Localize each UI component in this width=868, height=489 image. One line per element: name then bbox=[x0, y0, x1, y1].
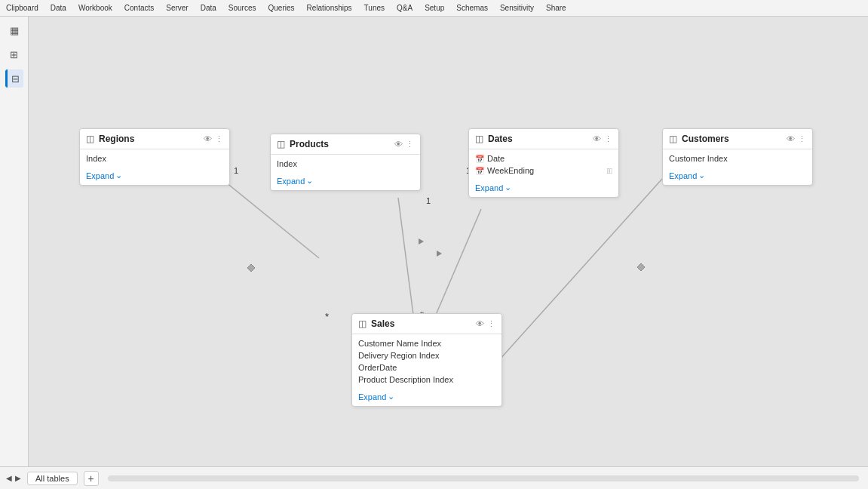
svg-text:1: 1 bbox=[234, 166, 238, 175]
schemas-item[interactable]: Schemas bbox=[456, 4, 488, 12]
svg-marker-7 bbox=[419, 238, 424, 244]
dates-body: 📅 Date 📅 WeekEnding 👁̸ bbox=[469, 149, 618, 180]
tab-prev-arrow[interactable]: ◀ bbox=[6, 474, 12, 482]
sales-productdesc-field: Product Description Index bbox=[358, 374, 495, 386]
regions-eye-icon[interactable]: 👁 bbox=[204, 134, 212, 143]
svg-marker-8 bbox=[437, 251, 442, 257]
dates-eye-icon[interactable]: 👁 bbox=[593, 134, 601, 143]
customers-title: Customers bbox=[682, 134, 782, 144]
sales-header-actions: 👁 ⋮ bbox=[476, 319, 495, 329]
svg-text:*: * bbox=[325, 311, 329, 322]
sensitivity-item[interactable]: Sensitivity bbox=[500, 4, 534, 12]
qa-item[interactable]: Q&A bbox=[397, 4, 413, 12]
sales-header: ◫ Sales 👁 ⋮ bbox=[352, 314, 501, 334]
data-view-icon[interactable]: ⊞ bbox=[5, 45, 23, 63]
dates-table-card: ◫ Dates 👁 ⋮ 📅 Date 📅 WeekEnding 👁̸ Expan… bbox=[468, 128, 619, 198]
customers-table-icon: ◫ bbox=[669, 134, 677, 144]
products-more-icon[interactable]: ⋮ bbox=[406, 140, 414, 149]
svg-marker-13 bbox=[247, 264, 255, 272]
regions-table-card: ◫ Regions 👁 ⋮ Index Expand ⌄ bbox=[79, 128, 230, 186]
products-body: Index bbox=[271, 155, 420, 173]
customers-table-card: ◫ Customers 👁 ⋮ Customer Index Expand ⌄ bbox=[662, 128, 813, 186]
svg-line-2 bbox=[436, 209, 481, 315]
server-item[interactable]: Server bbox=[166, 4, 188, 12]
regions-index-field: Index bbox=[86, 152, 223, 165]
tunes-item[interactable]: Tunes bbox=[364, 4, 385, 12]
regions-header-actions: 👁 ⋮ bbox=[204, 134, 223, 144]
sales-table-card: ◫ Sales 👁 ⋮ Customer Name Index Delivery… bbox=[351, 313, 502, 407]
workbook-item[interactable]: Workbook bbox=[78, 4, 112, 12]
dates-expand-btn[interactable]: Expand ⌄ bbox=[469, 180, 618, 197]
regions-header: ◫ Regions 👁 ⋮ bbox=[80, 129, 229, 149]
left-sidebar: ▦ ⊞ ⊟ bbox=[0, 17, 29, 466]
customers-expand-btn[interactable]: Expand ⌄ bbox=[663, 168, 812, 185]
products-header-actions: 👁 ⋮ bbox=[394, 140, 414, 149]
sales-more-icon[interactable]: ⋮ bbox=[487, 319, 495, 329]
sources-item[interactable]: Sources bbox=[229, 4, 256, 12]
data2-item[interactable]: Data bbox=[201, 4, 216, 12]
calendar2-icon: 📅 bbox=[475, 167, 484, 175]
regions-table-icon: ◫ bbox=[86, 134, 94, 144]
regions-title: Regions bbox=[99, 134, 199, 144]
sales-eye-icon[interactable]: 👁 bbox=[476, 319, 484, 328]
dates-title: Dates bbox=[488, 134, 588, 144]
dates-header-actions: 👁 ⋮ bbox=[593, 134, 612, 144]
sales-expand-btn[interactable]: Expand ⌄ bbox=[352, 389, 501, 406]
sales-orderdate-field: OrderDate bbox=[358, 361, 495, 374]
customers-eye-icon[interactable]: 👁 bbox=[787, 134, 795, 143]
diagram-canvas: 1 * 1 * 1 * 1 ◫ Regions 👁 ⋮ bbox=[29, 17, 868, 466]
clipboard-item[interactable]: Clipboard bbox=[6, 4, 38, 12]
model-view-icon[interactable]: ⊟ bbox=[5, 69, 23, 88]
data-item[interactable]: Data bbox=[51, 4, 66, 12]
tab-next-arrow[interactable]: ▶ bbox=[15, 474, 21, 482]
customers-more-icon[interactable]: ⋮ bbox=[798, 134, 806, 144]
add-tab-button[interactable]: + bbox=[84, 471, 99, 486]
products-title: Products bbox=[290, 139, 390, 149]
svg-line-0 bbox=[226, 183, 319, 258]
relationships-item[interactable]: Relationships bbox=[307, 4, 352, 12]
svg-text:1: 1 bbox=[426, 196, 431, 205]
bottom-scrollbar[interactable] bbox=[108, 475, 859, 481]
products-eye-icon[interactable]: 👁 bbox=[394, 140, 403, 149]
customers-header-actions: 👁 ⋮ bbox=[787, 134, 806, 144]
customers-body: Customer Index bbox=[663, 149, 812, 168]
bottom-bar: ◀ ▶ All tables + bbox=[0, 466, 868, 489]
customers-header: ◫ Customers 👁 ⋮ bbox=[663, 129, 812, 149]
dates-header: ◫ Dates 👁 ⋮ bbox=[469, 129, 618, 149]
products-table-icon: ◫ bbox=[277, 139, 285, 149]
weekending-hidden-icon: 👁̸ bbox=[607, 167, 612, 175]
sales-body: Customer Name Index Delivery Region Inde… bbox=[352, 334, 501, 389]
regions-expand-btn[interactable]: Expand ⌄ bbox=[80, 168, 229, 185]
products-header: ◫ Products 👁 ⋮ bbox=[271, 134, 420, 155]
products-expand-btn[interactable]: Expand ⌄ bbox=[271, 173, 420, 190]
sales-customername-field: Customer Name Index bbox=[358, 337, 495, 349]
tab-nav-arrows: ◀ ▶ bbox=[6, 474, 21, 482]
calendar-icon: 📅 bbox=[475, 155, 484, 163]
dates-date-field: 📅 Date bbox=[475, 152, 612, 165]
sales-title: Sales bbox=[371, 318, 471, 329]
report-view-icon[interactable]: ▦ bbox=[5, 21, 23, 39]
dates-weekending-field: 📅 WeekEnding 👁̸ bbox=[475, 165, 612, 177]
dates-more-icon[interactable]: ⋮ bbox=[604, 134, 612, 144]
contacts-item[interactable]: Contacts bbox=[124, 4, 154, 12]
share-item[interactable]: Share bbox=[546, 4, 566, 12]
regions-more-icon[interactable]: ⋮ bbox=[215, 134, 223, 144]
customers-index-field: Customer Index bbox=[669, 152, 806, 165]
products-index-field: Index bbox=[277, 158, 414, 170]
queries-item[interactable]: Queries bbox=[268, 4, 295, 12]
svg-marker-14 bbox=[637, 263, 645, 271]
svg-line-3 bbox=[492, 179, 662, 368]
regions-body: Index bbox=[80, 149, 229, 168]
toolbar: Clipboard Data Workbook Contacts Server … bbox=[0, 0, 868, 17]
dates-table-icon: ◫ bbox=[475, 134, 483, 144]
products-table-card: ◫ Products 👁 ⋮ Index Expand ⌄ bbox=[270, 134, 421, 191]
sales-table-icon: ◫ bbox=[358, 318, 367, 329]
sales-deliveryregion-field: Delivery Region Index bbox=[358, 349, 495, 361]
all-tables-tab[interactable]: All tables bbox=[27, 472, 78, 485]
svg-line-1 bbox=[398, 198, 413, 315]
setup-item[interactable]: Setup bbox=[425, 4, 444, 12]
